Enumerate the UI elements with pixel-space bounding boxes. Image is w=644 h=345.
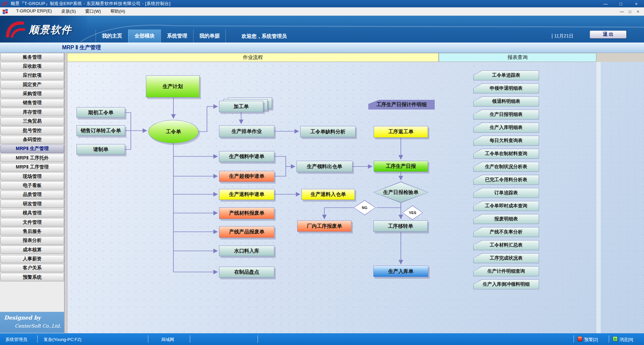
sidebar-item-0[interactable]: 账务管理 (0, 53, 64, 61)
sidebar-item-17[interactable]: 模具管理 (0, 209, 64, 217)
maximize-button[interactable]: □ (613, 0, 629, 7)
date-label: | 11月21日 (551, 33, 574, 39)
mdi-close-button[interactable]: × (634, 9, 642, 14)
minimize-button[interactable]: — (598, 0, 613, 7)
menu-item-0[interactable]: T-GROUP ERP(E) (11, 7, 57, 16)
menu-item-2[interactable]: 窗口(W) (80, 7, 106, 16)
report-button-9[interactable]: 订单追踪表 (473, 188, 539, 198)
breadcrumb-bar: MRP Ⅱ 生产管理 (0, 43, 644, 53)
report-button-label: 每日欠料查询表 (474, 136, 539, 145)
sidebar-item-8[interactable]: 批号管控 (0, 126, 64, 135)
designed-by-company: CenterSoft Co.,Ltd. (15, 323, 61, 329)
report-button-11[interactable]: 报废明细表 (473, 214, 539, 224)
alert-icon[interactable] (578, 336, 582, 341)
sidebar-item-9[interactable]: 条码管控 (0, 136, 64, 144)
sidebar-item-20[interactable]: 报表分析 (0, 236, 64, 245)
report-button-10[interactable]: 工令单即时成本查询 (473, 201, 539, 211)
sidebar: 账务管理应收款项应付款项固定资产采购管理销售管理库存管理三角贸易批号管控条码管控… (0, 53, 65, 333)
flow-node-tuiliao-shenqing[interactable]: 生产退料申请单 (219, 189, 274, 200)
sidebar-item-1[interactable]: 应收款项 (0, 62, 64, 70)
flow-node-qingzhidan[interactable]: 请制单 (76, 144, 125, 155)
report-button-7[interactable]: 生产在制状况分析表 (473, 162, 539, 172)
report-button-label: 生产在制状况分析表 (474, 162, 539, 171)
sidebar-item-16[interactable]: 研发管理 (0, 200, 64, 208)
report-button-0[interactable]: 工令单追踪表 (473, 70, 539, 80)
flow-edge-21 (377, 203, 401, 208)
flow-node-queliao-fenxi[interactable]: 工令单缺料分析 (300, 126, 356, 137)
close-button[interactable]: × (629, 0, 644, 7)
flow-edge-22 (324, 208, 354, 218)
flow-edge-14 (274, 156, 286, 166)
exit-button[interactable]: 退 出 (590, 30, 627, 39)
report-button-5[interactable]: 每日欠料查询表 (473, 136, 539, 146)
report-button-15[interactable]: 生产计件明细查询 (473, 266, 539, 276)
sidebar-item-4[interactable]: 采购管理 (0, 90, 64, 98)
flow-node-qichu-gonglingdan[interactable]: 期初工令单 (76, 107, 125, 118)
status-separator (190, 335, 190, 343)
flow-node-gongxu-ribao[interactable]: 工序生产日报 (374, 161, 428, 172)
flow-node-jiagongdan[interactable]: 加工单 (219, 101, 263, 112)
report-button-8[interactable]: 已完工令用料分析表 (473, 175, 539, 185)
sidebar-item-12[interactable]: MRPⅡ 工序管理 (0, 163, 64, 171)
report-button-label: 生产入库明细表 (474, 123, 539, 132)
flow-node-shengchan-rukudan[interactable]: 生产入库单 (373, 266, 428, 277)
sidebar-item-2[interactable]: 应付款项 (0, 71, 64, 80)
flow-node-chaoling-shenqing[interactable]: 生产超领申请单 (219, 171, 274, 182)
sidebar-item-24[interactable]: 预警系统 (0, 273, 64, 281)
report-button-14[interactable]: 工序完成状况表 (473, 253, 539, 263)
sidebar-item-11[interactable]: MRPⅡ 工序托外 (0, 154, 64, 162)
mdi-child-icon (3, 9, 8, 14)
flow-node-gonglingdan[interactable]: 工令单 (148, 120, 199, 143)
menu-item-3[interactable]: 帮助(H) (106, 7, 130, 16)
mdi-restore-button[interactable]: □ (626, 9, 634, 14)
report-button-label: 工令单追踪表 (474, 71, 539, 80)
report-button-label: 领退料明细表 (474, 97, 539, 106)
report-button-16[interactable]: 生产入库倒冲领料明细 (473, 279, 539, 289)
menu-item-1[interactable]: 皮肤(S) (57, 7, 80, 16)
status-messages[interactable]: 消息[9] (620, 337, 633, 343)
status-alerts[interactable]: 预警[2] (584, 337, 598, 343)
sidebar-item-14[interactable]: 电子看板 (0, 181, 64, 190)
sidebar-item-21[interactable]: 成本核算 (0, 246, 64, 254)
nav-tab-0[interactable]: 我的主页 (96, 29, 128, 43)
flow-node-lingliao-chucang[interactable]: 生产领料出仓单 (297, 161, 353, 172)
flow-node-paidan-zuoye[interactable]: 生产排单作业 (219, 125, 274, 137)
nav-tab-3[interactable]: 我的单据 (193, 29, 226, 43)
report-button-6[interactable]: 工令单在制材料查询 (473, 149, 539, 159)
flow-node-ribao-jijian-mingxi[interactable]: 工序生产日报计件明细 (368, 100, 435, 110)
report-button-3[interactable]: 生产日报明细表 (473, 110, 539, 120)
flow-node-shengchan-jihua[interactable]: 生产计划 (146, 75, 200, 97)
sidebar-item-15[interactable]: 品质管理 (0, 191, 64, 199)
sidebar-item-5[interactable]: 销售管理 (0, 99, 64, 107)
flow-node-fangong-dan[interactable]: 工序返工单 (374, 126, 428, 138)
sidebar-item-13[interactable]: 现场管理 (0, 172, 64, 181)
sidebar-item-10[interactable]: MRPⅡ 生产管理 (0, 145, 64, 153)
nav-tab-1[interactable]: 全部模块 (128, 29, 161, 43)
flow-node-chanpin-baofei[interactable]: 产线产品报废单 (219, 226, 274, 238)
report-button-1[interactable]: 申领申退明细表 (473, 83, 539, 93)
flow-node-lingliao-shenqing[interactable]: 生产领料申请单 (219, 151, 274, 162)
nav-tabstrip: 我的主页全部模块系统管理我的单据 (96, 29, 226, 43)
sidebar-item-6[interactable]: 库存管理 (0, 108, 64, 116)
flow-node-cailiao-baofei[interactable]: 产线材料报废单 (219, 207, 274, 219)
flow-node-shuikou-ruku[interactable]: 水口料入库 (219, 246, 274, 256)
report-button-13[interactable]: 工令材料汇总表 (473, 240, 539, 250)
report-button-4[interactable]: 生产入库明细表 (473, 123, 539, 133)
nav-tab-2[interactable]: 系统管理 (161, 29, 193, 43)
sidebar-item-3[interactable]: 固定资产 (0, 80, 64, 89)
mdi-minimize-button[interactable]: — (618, 9, 626, 14)
report-button-2[interactable]: 领退料明细表 (473, 96, 539, 107)
sidebar-item-18[interactable]: 文件管理 (0, 218, 64, 226)
flow-node-zaizhipin-pandian[interactable]: 在制品盘点 (219, 267, 274, 278)
flow-node-xiaoshou-zhuan-gonglingdan[interactable]: 销售订单转工令单 (76, 125, 125, 136)
sidebar-item-23[interactable]: 客户关系 (0, 264, 64, 272)
sidebar-item-7[interactable]: 三角贸易 (0, 117, 64, 126)
flow-node-tuiliao-rucang[interactable]: 生产退料入仓单 (302, 189, 355, 200)
sidebar-item-19[interactable]: 售后服务 (0, 227, 64, 235)
message-icon[interactable] (613, 336, 618, 341)
sidebar-item-22[interactable]: 人事薪资 (0, 255, 64, 263)
brand-logo-icon (5, 20, 26, 38)
flow-node-changnei-baofei[interactable]: 厂内工序报废单 (297, 220, 352, 232)
flow-node-gongxu-yizhuan[interactable]: 工序移转单 (373, 220, 428, 232)
report-button-12[interactable]: 产线不良率分析 (473, 227, 539, 237)
